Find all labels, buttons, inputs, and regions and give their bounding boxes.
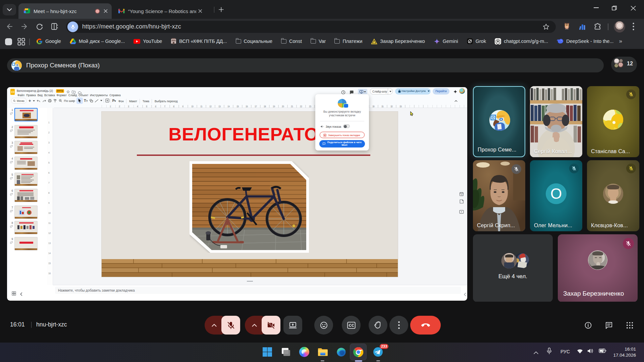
svg-text:31: 31 [461, 194, 463, 196]
